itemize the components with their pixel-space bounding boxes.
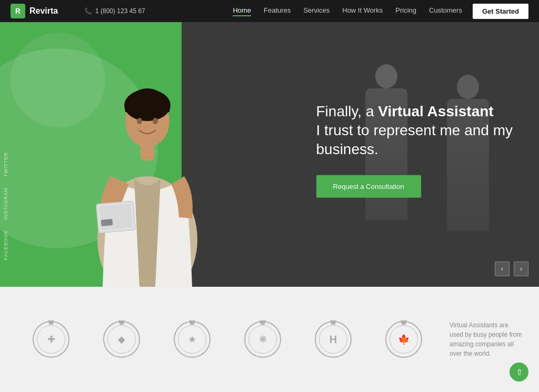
phone-area: 📞 1 (800) 123 45 67 (84, 7, 158, 15)
nav-pricing[interactable]: Pricing (395, 6, 416, 16)
social-facebook[interactable]: Facebook (1, 225, 11, 266)
carousel-next-button[interactable]: › (514, 262, 528, 276)
nav-features[interactable]: Features (264, 6, 291, 16)
social-sidebar: Twitter Instagram Facebook (0, 22, 12, 287)
logos-section: ✚ ◆ ★ ❋ H (0, 287, 539, 392)
svg-rect-9 (101, 219, 113, 226)
get-started-button[interactable]: Get Started (473, 4, 528, 19)
badge-icon-4: ❋ (248, 325, 277, 354)
consultation-button[interactable]: Request a Consultation (316, 175, 421, 197)
hero-person-figure (79, 22, 216, 287)
nav-how-it-works[interactable]: How It Works (342, 6, 383, 16)
svg-point-5 (153, 118, 158, 124)
nav-customers[interactable]: Customers (429, 6, 462, 16)
scroll-to-top-button[interactable]: ⇧ (510, 363, 528, 381)
svg-point-6 (146, 158, 149, 161)
nav-home[interactable]: Home (233, 6, 251, 16)
hero-section: Twitter Instagram Facebook (0, 22, 539, 287)
brand-name: Revirta (29, 6, 58, 16)
phone-icon: 📞 (84, 7, 92, 15)
badge-2: ◆ (86, 321, 157, 358)
badge-icon-1: ✚ (37, 325, 65, 354)
headline-bold: Virtual Assistant (378, 103, 493, 119)
svg-point-4 (137, 118, 142, 124)
badge-circle-4: ❋ (244, 321, 281, 358)
navbar: R Revirta 📞 1 (800) 123 45 67 Home Featu… (0, 0, 539, 22)
nav-services[interactable]: Services (303, 6, 330, 16)
badge-icon-5: H (319, 325, 347, 354)
badge-icon-2: ◆ (107, 325, 136, 354)
logos-description: Virtual Assistants are used by busy peop… (439, 320, 523, 358)
badge-circle-3: ★ (174, 321, 211, 358)
badge-circle-5: H (315, 321, 352, 358)
badge-circle-1: ✚ (33, 321, 69, 358)
headline-normal: Finally, a (316, 103, 378, 119)
badge-circle-2: ◆ (103, 321, 140, 358)
social-twitter[interactable]: Twitter (1, 147, 11, 182)
badge-1: ✚ (16, 321, 86, 358)
phone-number: 1 (800) 123 45 67 (95, 7, 145, 15)
badge-6: 🍁 (368, 321, 439, 358)
badge-3: ★ (157, 321, 227, 358)
badge-5: H (298, 321, 368, 358)
badge-circle-6: 🍁 (385, 321, 422, 358)
hero-text: Finally, a Virtual Assistant I trust to … (316, 102, 513, 197)
badge-icon-3: ★ (178, 325, 206, 354)
logo-area[interactable]: R Revirta (11, 4, 74, 18)
social-instagram[interactable]: Instagram (1, 182, 11, 225)
headline-sub: I trust to represent me and mybusiness. (316, 122, 513, 157)
nav-links: Home Features Services How It Works Pric… (233, 6, 462, 16)
logos-row: ✚ ◆ ★ ❋ H (16, 320, 523, 358)
svg-rect-8 (99, 204, 133, 230)
hero-headline: Finally, a Virtual Assistant I trust to … (316, 102, 513, 159)
carousel-prev-button[interactable]: ‹ (495, 262, 510, 276)
logo-icon: R (11, 4, 25, 18)
badge-icon-6: 🍁 (390, 325, 418, 354)
badge-4: ❋ (227, 321, 298, 358)
scroll-top-icon: ⇧ (516, 367, 523, 377)
